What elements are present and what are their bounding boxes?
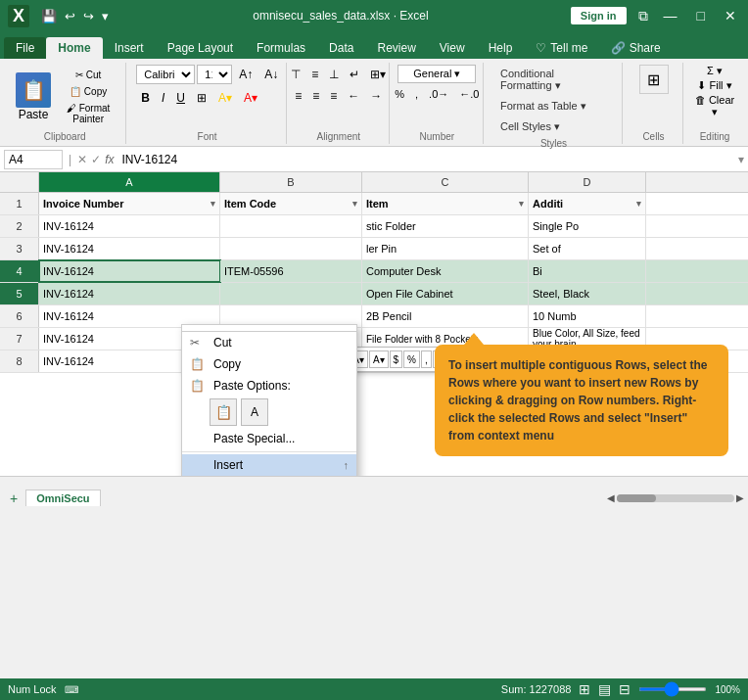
col-header-d[interactable]: D [529, 172, 646, 192]
filter-arrow-d[interactable]: ▾ [636, 199, 641, 209]
copy-button[interactable]: 📋 Copy [59, 84, 117, 99]
cell-d4[interactable]: Bi [529, 260, 646, 282]
wrap-text-button[interactable]: ↵ [345, 65, 364, 84]
header-additional[interactable]: Additi ▾ [529, 193, 646, 214]
cell-a5[interactable]: INV-16124 [39, 283, 220, 304]
tab-formulas[interactable]: Formulas [245, 37, 317, 59]
indent-decrease-button[interactable]: ← [343, 86, 364, 106]
signin-button[interactable]: Sign in [571, 7, 627, 24]
cell-d3[interactable]: Set of [529, 238, 646, 259]
percent-button[interactable]: % [390, 85, 409, 103]
increase-font-button[interactable]: A↑ [234, 65, 257, 84]
filter-arrow-b[interactable]: ▾ [352, 199, 357, 209]
underline-button[interactable]: U [171, 88, 190, 108]
cell-d5[interactable]: Steel, Black [529, 283, 646, 304]
context-menu-item-paste-options[interactable]: 📋 Paste Options: [182, 375, 356, 397]
mini-comma2-button[interactable]: , [421, 350, 432, 368]
cell-styles-button[interactable]: Cell Styles ▾ [493, 117, 614, 136]
add-sheet-button[interactable]: + [4, 489, 23, 508]
col-header-a[interactable]: A [39, 172, 220, 192]
normal-view-icon[interactable]: ⊞ [579, 681, 590, 697]
cell-reference-input[interactable] [4, 150, 63, 169]
zoom-slider[interactable] [638, 687, 707, 691]
right-align-button[interactable]: ≡ [325, 86, 342, 106]
align-bottom-button[interactable]: ⊥ [324, 65, 344, 84]
header-item[interactable]: Item ▾ [362, 193, 529, 214]
left-align-button[interactable]: ≡ [290, 86, 306, 106]
format-painter-button[interactable]: 🖌 Format Painter [59, 101, 117, 126]
scroll-track[interactable] [617, 494, 734, 502]
increase-decimal-button[interactable]: .0→ [424, 85, 453, 103]
header-item-code[interactable]: Item Code ▾ [220, 193, 362, 214]
font-name-select[interactable]: Calibri [136, 65, 195, 84]
border-button[interactable]: ⊞ [192, 88, 211, 108]
tab-tell-me[interactable]: ♡ Tell me [524, 37, 599, 59]
formula-expand-icon[interactable]: ▾ [738, 153, 744, 166]
window-mode-icon[interactable]: ⧉ [638, 8, 648, 24]
tab-help[interactable]: Help [477, 37, 525, 59]
scroll-left-icon[interactable]: ◀ [607, 492, 615, 503]
page-layout-icon[interactable]: ▤ [598, 681, 611, 697]
cancel-icon[interactable]: ✕ [77, 153, 87, 166]
decrease-decimal-button[interactable]: ←.0 [454, 85, 484, 103]
italic-button[interactable]: I [157, 88, 169, 108]
cell-d6[interactable]: 10 Numb [529, 305, 646, 327]
cut-button[interactable]: ✂ Cut [59, 68, 117, 82]
filter-arrow-c[interactable]: ▾ [519, 199, 524, 209]
tab-page-layout[interactable]: Page Layout [156, 37, 245, 59]
cell-c4[interactable]: Computer Desk [362, 260, 529, 282]
cell-b5[interactable] [220, 283, 362, 304]
context-menu-item-paste-special[interactable]: Paste Special... [182, 428, 356, 449]
minimize-button[interactable]: — [660, 8, 681, 23]
fill-color-button[interactable]: A▾ [213, 88, 237, 108]
context-menu-item-copy[interactable]: 📋 Copy [182, 353, 356, 375]
paste-button[interactable]: 📋 Paste [12, 69, 55, 125]
clear-button[interactable]: 🗑 Clear ▾ [693, 94, 736, 118]
scroll-right-icon[interactable]: ▶ [736, 492, 744, 503]
align-middle-button[interactable]: ≡ [306, 65, 323, 84]
save-icon[interactable]: 💾 [39, 7, 59, 25]
context-menu-item-insert[interactable]: Insert ↑ [182, 454, 356, 476]
redo-icon[interactable]: ↪ [81, 7, 96, 25]
mini-font-color-button[interactable]: A▾ [369, 350, 389, 368]
tab-view[interactable]: View [428, 37, 477, 59]
tab-home[interactable]: Home [46, 37, 102, 59]
cell-a2[interactable]: INV-16124 [39, 215, 220, 237]
mini-percent2-button[interactable]: % [403, 350, 420, 368]
undo-icon[interactable]: ↩ [63, 7, 77, 25]
fill-button[interactable]: ⬇ Fill ▾ [697, 79, 731, 92]
comma-button[interactable]: , [410, 85, 423, 103]
filter-arrow-a[interactable]: ▾ [210, 199, 215, 209]
tab-file[interactable]: File [4, 37, 46, 59]
scroll-thumb[interactable] [617, 494, 656, 502]
cell-a3[interactable]: INV-16124 [39, 238, 220, 259]
close-button[interactable]: ✕ [721, 8, 740, 23]
cell-c2[interactable]: stic Folder [362, 215, 529, 237]
font-size-select[interactable]: 11 [197, 65, 232, 84]
cell-b3[interactable] [220, 238, 362, 259]
align-top-button[interactable]: ⊤ [286, 65, 305, 84]
cell-c3[interactable]: ler Pin [362, 238, 529, 259]
sheet-tab-omnisecu[interactable]: OmniSecu [25, 490, 100, 506]
cell-b2[interactable] [220, 215, 362, 237]
col-header-b[interactable]: B [220, 172, 362, 192]
font-color-button[interactable]: A▾ [239, 88, 262, 108]
tab-data[interactable]: Data [317, 37, 365, 59]
header-invoice-number[interactable]: Invoice Number ▾ [39, 193, 220, 214]
center-align-button[interactable]: ≡ [307, 86, 324, 106]
context-menu-item-cut[interactable]: ✂ Cut [182, 332, 356, 353]
cell-c6[interactable]: 2B Pencil [362, 305, 529, 327]
merge-button[interactable]: ⊞▾ [365, 65, 391, 84]
tab-share[interactable]: 🔗 Share [599, 37, 672, 59]
tab-review[interactable]: Review [365, 37, 427, 59]
cell-d2[interactable]: Single Po [529, 215, 646, 237]
autosum-button[interactable]: Σ ▾ [707, 65, 723, 77]
indent-increase-button[interactable]: → [365, 86, 387, 106]
number-format-select[interactable]: General ▾ [397, 65, 476, 83]
paste-clipboard-icon[interactable]: 📋 [210, 398, 237, 426]
bold-button[interactable]: B [136, 88, 155, 108]
cell-a4[interactable]: INV-16124 [39, 260, 220, 282]
cell-b4[interactable]: ITEM-05596 [220, 260, 362, 282]
format-as-table-button[interactable]: Format as Table ▾ [493, 97, 614, 116]
tab-insert[interactable]: Insert [103, 37, 156, 59]
